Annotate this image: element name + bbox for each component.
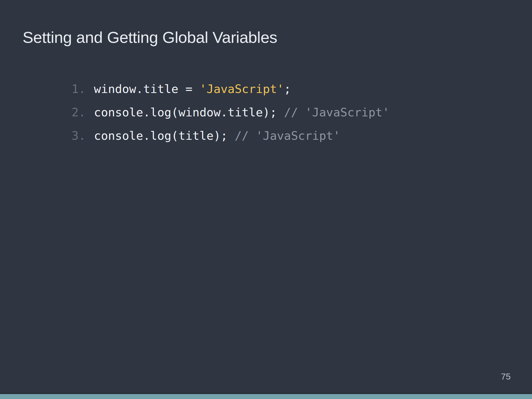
comment-token: // 'JavaScript' [235, 129, 340, 143]
slide-title: Setting and Getting Global Variables [23, 28, 277, 46]
slide: Setting and Getting Global Variables 1.w… [0, 0, 532, 399]
page-number: 75 [501, 371, 511, 382]
code-token: ; [284, 82, 291, 96]
code-list: 1.window.title = 'JavaScript'; 2.console… [29, 54, 389, 124]
line-number: 1. [72, 77, 94, 101]
code-token: console.log(title); [94, 129, 235, 143]
code-line-1: 1.window.title = 'JavaScript'; [29, 54, 389, 77]
code-token: console.log(window.title); [94, 105, 284, 119]
string-token: 'JavaScript' [200, 82, 284, 96]
code-token: window.title = [94, 82, 200, 96]
line-number: 3. [72, 124, 94, 148]
line-number: 2. [72, 101, 94, 124]
comment-token: // 'JavaScript' [284, 105, 389, 119]
footer-accent-bar [0, 394, 532, 399]
